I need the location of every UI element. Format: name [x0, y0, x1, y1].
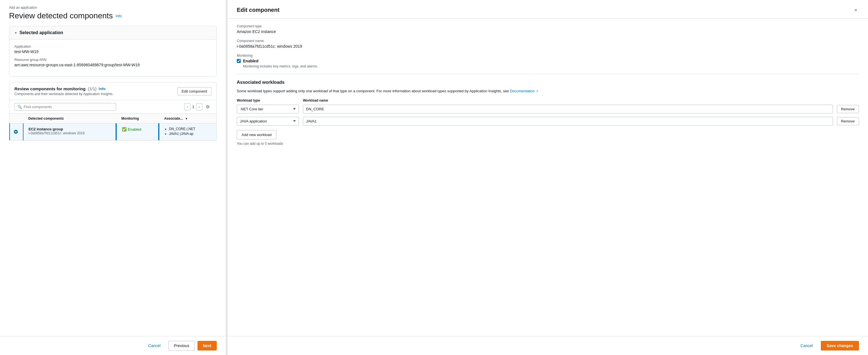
row-radio-button[interactable]	[14, 130, 18, 134]
check-circle-icon: ✅	[122, 127, 127, 132]
component-type: EC2 instance group	[29, 127, 111, 131]
left-panel: Add an application Review detected compo…	[0, 0, 226, 355]
remove-workload-button-2[interactable]: Remove	[837, 117, 859, 125]
component-name-field: Component name i-0a0858a7fd11cd51c: wind…	[237, 39, 859, 48]
pagination-number: 1	[192, 105, 194, 109]
monitoring-checkbox-row: Enabled	[237, 59, 859, 63]
search-box: 🔍	[14, 103, 116, 111]
right-cancel-button[interactable]: Cancel	[795, 341, 818, 350]
save-changes-button[interactable]: Save changes	[821, 341, 859, 351]
pagination-next-arrow[interactable]: ›	[196, 103, 202, 110]
components-table: Detected components Monitoring Associate…	[9, 114, 216, 140]
documentation-link[interactable]: Documentation	[510, 89, 535, 93]
workload-type-select-2[interactable]: .NET Core tier JAVA application SQL Serv…	[237, 117, 299, 126]
workload-name-input-1[interactable]	[303, 105, 833, 113]
wl-type-col-header: Workload type	[237, 99, 299, 102]
right-panel-header: Edit component ×	[228, 0, 868, 19]
monitoring-description: Monitoring includes key metrics, logs, a…	[243, 64, 859, 68]
next-button[interactable]: Next	[197, 341, 217, 351]
component-info-cell: EC2 instance group i-0a0858a7fd11cd51c: …	[23, 123, 116, 140]
workload-type-select-1[interactable]: .NET Core tier JAVA application SQL Serv…	[237, 105, 299, 113]
left-content: ▼ Selected application Application test-…	[0, 20, 226, 336]
right-panel: Edit component × Component type Amazon E…	[228, 0, 868, 355]
col-associate-header: Associate... ▼	[159, 114, 216, 123]
radio-cell	[10, 123, 23, 140]
settings-icon-button[interactable]: ⚙	[204, 103, 211, 111]
review-title-group: Review components for monitoring (1/1) I…	[14, 86, 113, 96]
review-info-link[interactable]: Info	[99, 86, 106, 91]
arn-field-label: Resource group ARN	[14, 58, 211, 62]
add-app-label: Add an application	[9, 6, 217, 10]
search-input[interactable]	[24, 105, 113, 109]
workload-row-2: .NET Core tier JAVA application SQL Serv…	[237, 117, 859, 126]
workload-columns-header: Workload type Workload name	[237, 99, 859, 102]
selected-application-title: Selected application	[20, 30, 63, 35]
edit-component-button[interactable]: Edit component	[178, 87, 211, 95]
associated-workloads-title: Associated workloads	[237, 80, 859, 85]
review-components-header: Review components for monitoring (1/1) I…	[9, 82, 216, 100]
previous-button[interactable]: Previous	[168, 341, 194, 351]
workloads-cell: DN_CORE (.NET JAVA1 (JAVA ap	[159, 123, 216, 140]
monitoring-field-label: Monitoring	[237, 54, 859, 58]
info-link[interactable]: Info	[116, 14, 122, 18]
review-components-card: Review components for monitoring (1/1) I…	[9, 82, 217, 141]
monitoring-cell: ✅ Enabled	[116, 123, 158, 140]
monitoring-field: Monitoring Enabled Monitoring includes k…	[237, 54, 859, 68]
left-footer: Cancel Previous Next	[0, 336, 226, 355]
monitoring-enabled-label: Enabled	[243, 59, 258, 63]
workload-row-1: .NET Core tier JAVA application SQL Serv…	[237, 105, 859, 113]
workload-limit-note: You can add up to 5 workloads	[237, 142, 859, 146]
workload-item: DN_CORE (.NET	[169, 127, 211, 131]
wl-name-col-header: Workload name	[303, 99, 859, 102]
component-type-label: Component type	[237, 24, 859, 28]
search-icon: 🔍	[18, 105, 22, 109]
component-type-value: Amazon EC2 instance	[237, 29, 859, 34]
search-pagination-row: 🔍 ‹ 1 › ⚙	[9, 100, 216, 114]
selected-application-header[interactable]: ▼ Selected application	[9, 26, 216, 39]
pagination-prev-arrow[interactable]: ‹	[184, 103, 190, 110]
monitoring-checkbox[interactable]	[237, 59, 241, 63]
page-title: Review detected components Info	[9, 11, 217, 20]
component-type-field: Component type Amazon EC2 instance	[237, 24, 859, 34]
review-subtitle: Components and their workloads detected …	[14, 92, 113, 96]
cancel-button[interactable]: Cancel	[143, 341, 166, 350]
monitoring-status: ✅ Enabled	[122, 127, 153, 132]
monitoring-enabled-text: Enabled	[128, 127, 142, 132]
right-panel-content: Component type Amazon EC2 instance Compo…	[228, 19, 868, 336]
col-monitoring-header: Monitoring	[116, 114, 158, 123]
app-field-label: Application	[14, 45, 211, 48]
selected-application-card: ▼ Selected application Application test-…	[9, 26, 217, 76]
component-name-value: i-0a0858a7fd11cd51c: windows 2019	[237, 44, 859, 48]
review-title: Review components for monitoring (1/1) I…	[14, 86, 113, 91]
col-detected-header: Detected components	[23, 114, 116, 123]
associate-arrow-icon: ▼	[185, 117, 188, 120]
component-name-label: Component name	[237, 39, 859, 43]
right-panel-footer: Cancel Save changes	[228, 336, 868, 355]
edit-component-title: Edit component	[237, 7, 279, 13]
app-field-value: test-MW-W19	[14, 49, 211, 54]
workload-name-input-2[interactable]	[303, 117, 833, 126]
collapse-icon: ▼	[14, 31, 17, 34]
workloads-list: DN_CORE (.NET JAVA1 (JAVA ap	[164, 127, 211, 136]
arn-field-value: arn:aws:resource-groups:us-east-1:856960…	[14, 63, 211, 67]
selected-application-body: Application test-MW-W19 Resource group A…	[9, 39, 216, 76]
col-radio	[10, 114, 23, 123]
close-panel-button[interactable]: ×	[852, 7, 859, 14]
pagination-controls: ‹ 1 › ⚙	[184, 103, 211, 111]
remove-workload-button-1[interactable]: Remove	[837, 105, 859, 113]
left-header: Add an application Review detected compo…	[0, 0, 226, 20]
section-divider	[237, 74, 859, 74]
workload-description: Some workload types support adding only …	[237, 88, 859, 94]
component-instance: i-0a0858a7fd11cd51c: windows 2019	[29, 131, 111, 135]
external-link-icon: ↗	[536, 90, 538, 93]
workload-item: JAVA1 (JAVA ap	[169, 132, 211, 136]
table-row[interactable]: EC2 instance group i-0a0858a7fd11cd51c: …	[10, 123, 216, 140]
add-workload-button[interactable]: Add new workload	[237, 130, 276, 139]
